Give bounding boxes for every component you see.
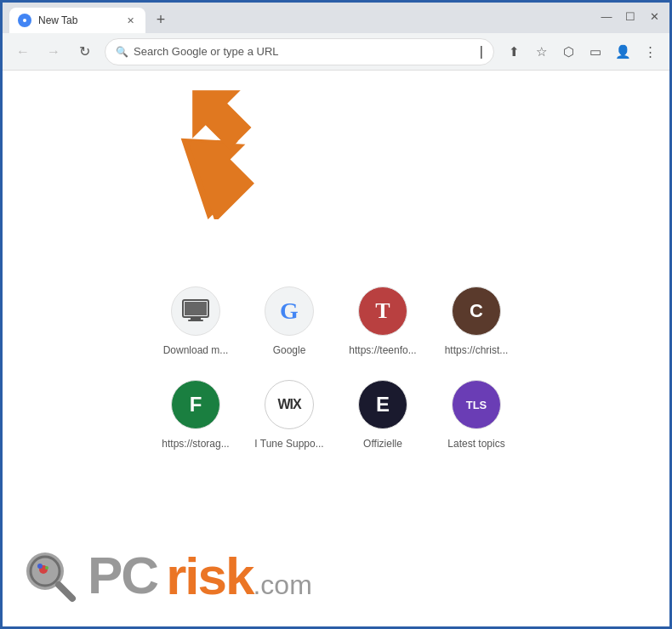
reload-button[interactable]: ↻: [71, 38, 98, 65]
svg-rect-5: [191, 317, 201, 320]
address-text: Search Google or type a URL: [134, 45, 475, 58]
shortcut-download[interactable]: Download m...: [149, 275, 242, 368]
browser-window: New Tab ✕ + — ☐ ✕ ← → ↻ 🔍 Search Google …: [0, 0, 672, 629]
svg-marker-3: [161, 117, 262, 219]
close-button[interactable]: ✕: [646, 8, 663, 25]
svg-rect-6: [188, 320, 203, 321]
tab-label: New Tab: [38, 14, 117, 26]
toolbar-actions: ⬆ ☆ ⬡ ▭ 👤 ⋮: [501, 39, 663, 65]
shortcut-wix[interactable]: WIX I Tune Suppo...: [242, 368, 336, 462]
share-button[interactable]: ⬆: [501, 39, 527, 65]
shortcut-latest-icon: TLS: [452, 380, 501, 429]
svg-point-1: [23, 19, 26, 22]
shortcut-latest-label: Latest topics: [447, 438, 504, 450]
search-icon: 🔍: [116, 46, 128, 58]
extensions-button[interactable]: ⬡: [555, 39, 581, 65]
address-bar[interactable]: 🔍 Search Google or type a URL |: [105, 38, 494, 65]
orange-arrow: [160, 117, 262, 223]
shortcut-offizielle-icon: E: [358, 380, 407, 429]
cast-button[interactable]: ▭: [583, 39, 608, 65]
shortcut-offizielle-label: Offizielle: [363, 438, 402, 450]
svg-rect-8: [185, 302, 207, 315]
shortcut-christ[interactable]: C https://christ...: [430, 275, 523, 368]
watermark-logo: PC risk .com: [20, 546, 312, 606]
shortcut-christ-icon: C: [452, 286, 501, 336]
shortcut-teenfo[interactable]: T https://teenfo...: [336, 275, 430, 368]
minimize-button[interactable]: —: [598, 8, 615, 25]
maximize-button[interactable]: ☐: [622, 8, 639, 25]
dotcom-text: .com: [253, 570, 311, 601]
pc-text: PC: [88, 549, 157, 602]
title-bar: New Tab ✕ + — ☐ ✕: [3, 3, 669, 33]
pcrisk-watermark: PC risk .com: [3, 524, 669, 626]
active-tab[interactable]: New Tab ✕: [9, 8, 145, 33]
cursor-icon: |: [480, 44, 483, 60]
shortcut-teenfo-label: https://teenfo...: [349, 344, 416, 356]
shortcut-storage-label: https://storag...: [162, 438, 229, 450]
shortcut-wix-label: I Tune Suppo...: [254, 438, 323, 450]
profile-button[interactable]: 👤: [610, 39, 635, 65]
tab-close-button[interactable]: ✕: [123, 14, 137, 27]
shortcut-google-icon: G: [265, 286, 314, 336]
svg-point-12: [37, 564, 43, 569]
forward-button[interactable]: →: [40, 38, 67, 65]
tab-favicon: [18, 14, 31, 27]
page-content: Download m... G Google T https://teenfo.…: [3, 71, 669, 626]
risk-text: risk: [166, 546, 253, 606]
shortcuts-grid: Download m... G Google T https://teenfo.…: [149, 275, 523, 462]
menu-button[interactable]: ⋮: [637, 39, 663, 65]
toolbar: ← → ↻ 🔍 Search Google or type a URL | ⬆ …: [3, 33, 669, 71]
svg-line-14: [59, 585, 72, 598]
shortcut-latest[interactable]: TLS Latest topics: [430, 368, 523, 462]
shortcut-storage[interactable]: F https://storag...: [149, 368, 242, 462]
shortcut-wix-icon: WIX: [265, 380, 314, 429]
shortcut-storage-icon: F: [171, 380, 220, 429]
bookmark-button[interactable]: ☆: [528, 39, 554, 65]
shortcut-christ-label: https://christ...: [445, 344, 509, 356]
shortcut-offizielle[interactable]: E Offizielle: [336, 368, 430, 462]
svg-point-13: [45, 566, 48, 570]
back-button[interactable]: ←: [9, 38, 37, 65]
magnifier-icon: [20, 546, 79, 605]
shortcut-download-icon: [171, 286, 220, 336]
risk-dotcom: risk .com: [166, 546, 312, 606]
shortcut-download-label: Download m...: [163, 344, 229, 356]
shortcut-google[interactable]: G Google: [242, 275, 336, 368]
shortcut-teenfo-icon: T: [358, 286, 407, 336]
new-tab-button[interactable]: +: [149, 8, 173, 31]
window-controls: — ☐ ✕: [598, 8, 663, 25]
shortcut-google-label: Google: [273, 344, 306, 356]
